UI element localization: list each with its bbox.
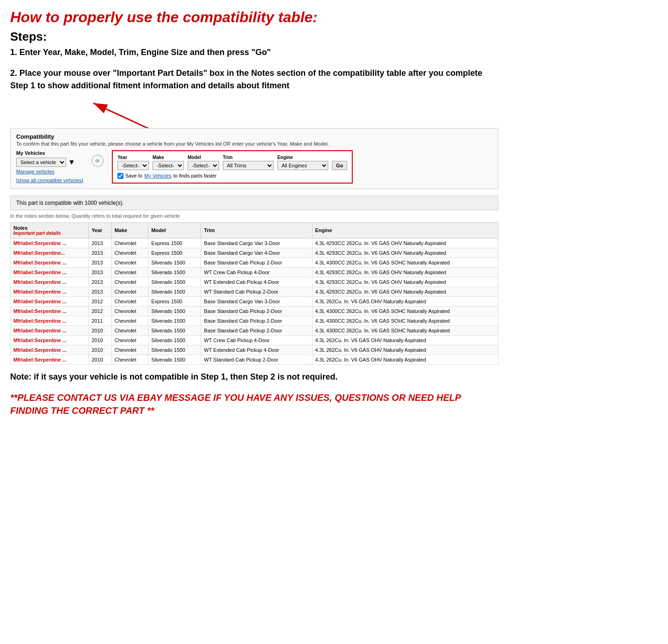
make-cell: Chevrolet [111,248,148,258]
make-cell: Chevrolet [111,355,148,364]
year-make-section: Year -Select- Make -Select- Model -Selec… [112,150,353,184]
engine-cell: 4.3L 262Cu. In. V6 GAS OHV Naturally Asp… [312,296,498,306]
trim-cell: Base Standard Cargo Van 3-Door [201,296,312,306]
year-cell: 2010 [89,345,112,355]
notes-cell: Mfrlabel:Serpentine ... [11,335,89,345]
engine-cell: 4.3L 4293CC 262Cu. In. V6 GAS OHV Natura… [312,267,498,277]
year-cell: 2011 [89,316,112,325]
make-cell: Chevrolet [111,325,148,335]
th-year: Year [89,222,112,238]
trim-select[interactable]: All Trims [223,161,274,170]
engine-cell: 4.3L 262Cu. In. V6 GAS OHV Naturally Asp… [312,335,498,345]
compat-title: Compatibility [16,133,492,140]
engine-cell: 4.3L 4293CC 262Cu. In. V6 GAS OHV Natura… [312,248,498,258]
model-cell: Silverado 1500 [148,306,201,316]
note-below: Note: if it says your vehicle is not com… [10,371,498,383]
engine-cell: 4.3L 262Cu. In. V6 GAS OHV Naturally Asp… [312,345,498,355]
trim-label: Trim [223,155,274,160]
table-row: Mfrlabel:Serpentine ...2013ChevroletSilv… [11,277,498,287]
model-cell: Silverado 1500 [148,355,201,364]
th-model: Model [148,222,201,238]
th-make: Make [111,222,148,238]
svg-line-1 [93,103,153,131]
trim-field-group: Trim All Trims [223,155,274,170]
notes-cell: Mfrlabel:Serpentine ... [11,287,89,296]
compat-subtitle: To confirm that this part fits your vehi… [16,141,492,147]
year-field-group: Year -Select- [117,155,149,170]
engine-cell: 4.3L 4300CC 262Cu. In. V6 GAS SOHC Natur… [312,258,498,267]
year-cell: 2013 [89,277,112,287]
engine-cell: 4.3L 4293CC 262Cu. In. V6 GAS OHV Natura… [312,238,498,248]
save-checkbox-row: Save to My Vehicles to finds parts faste… [117,173,347,179]
trim-cell: Base Standard Cab Pickup 2-Door [201,325,312,335]
make-cell: Chevrolet [111,267,148,277]
notes-cell: Mfrlabel:Serpentine ... [11,277,89,287]
engine-cell: 4.3L 4300CC 262Cu. In. V6 GAS SOHC Natur… [312,306,498,316]
model-cell: Silverado 1500 [148,287,201,296]
trim-cell: WT Crew Cab Pickup 4-Door [201,335,312,345]
trim-cell: WT Crew Cab Pickup 4-Door [201,267,312,277]
notes-cell: Mfrlabel:Serpentine ... [11,355,89,364]
make-cell: Chevrolet [111,345,148,355]
engine-label: Engine [277,155,328,160]
show-all-link[interactable]: [show all compatible vehicles] [16,178,83,183]
table-row: Mfrlabel:Serpentine ...2012ChevroletExpr… [11,296,498,306]
table-row: Mfrlabel:Serpentine ...2011ChevroletSilv… [11,316,498,325]
or-divider: or [92,155,104,167]
year-cell: 2013 [89,287,112,296]
make-cell: Chevrolet [111,277,148,287]
trim-cell: Base Standard Cab Pickup 2-Door [201,258,312,267]
notes-cell: Mfrlabel:Serpentine ... [11,296,89,306]
make-label: Make [153,155,184,160]
table-row: Mfrlabel:Serpentine ...2010ChevroletSilv… [11,325,498,335]
th-trim: Trim [201,222,312,238]
my-vehicles-label: My Vehicles [16,150,83,156]
model-select[interactable]: -Select- [188,161,219,170]
contact-text: **PLEASE CONTACT US VIA EBAY MESSAGE IF … [10,391,498,417]
year-cell: 2010 [89,355,112,364]
make-cell: Chevrolet [111,238,148,248]
table-row: Mfrlabel:Serpentine ...2013ChevroletSilv… [11,287,498,296]
trim-cell: WT Standard Cab Pickup 2-Door [201,355,312,364]
model-cell: Silverado 1500 [148,258,201,267]
make-cell: Chevrolet [111,316,148,325]
my-vehicles-section: My Vehicles Select a vehicle ▼ Manage ve… [16,150,83,184]
model-cell: Silverado 1500 [148,316,201,325]
go-button[interactable]: Go [332,161,347,170]
make-cell: Chevrolet [111,258,148,267]
year-select[interactable]: -Select- [117,161,149,170]
engine-field-group: Engine All Engines [277,155,328,170]
table-row: Mfrlabel:Serpentine ...2012ChevroletSilv… [11,306,498,316]
main-title: How to properly use the compatibility ta… [10,8,498,26]
year-cell: 2010 [89,335,112,345]
save-checkbox[interactable] [117,173,123,179]
year-label: Year [117,155,149,160]
model-cell: Express 1500 [148,238,201,248]
model-cell: Silverado 1500 [148,335,201,345]
trim-cell: WT Standard Cab Pickup 2-Door [201,287,312,296]
notes-cell: Mfrlabel:Serpentine ... [11,316,89,325]
year-cell: 2013 [89,267,112,277]
notes-cell: Mfrlabel:Serpentine ... [11,267,89,277]
notes-cell: Mfrlabel:Serpentine... [11,248,89,258]
year-cell: 2013 [89,238,112,248]
make-cell: Chevrolet [111,287,148,296]
trim-cell: Base Standard Cab Pickup 2-Door [201,306,312,316]
vehicle-select[interactable]: Select a vehicle [16,158,66,167]
my-vehicles-link[interactable]: My Vehicles [144,173,172,178]
model-cell: Silverado 1500 [148,277,201,287]
manage-vehicles-link[interactable]: Manage vehicles [16,169,83,174]
model-cell: Silverado 1500 [148,325,201,335]
dropdown-arrow-icon: ▼ [68,158,75,166]
compatibility-table: Notes Important part details Year Make M… [10,222,498,365]
compatible-count-banner: This part is compatible with 1000 vehicl… [10,196,498,210]
make-select[interactable]: -Select- [153,161,184,170]
model-label: Model [188,155,219,160]
make-cell: Chevrolet [111,306,148,316]
table-row: Mfrlabel:Serpentine ...2010ChevroletSilv… [11,335,498,345]
engine-cell: 4.3L 4293CC 262Cu. In. V6 GAS OHV Natura… [312,277,498,287]
trim-cell: WT Extended Cab Pickup 4-Door [201,345,312,355]
compatibility-box: Compatibility To confirm that this part … [10,128,498,189]
year-cell: 2012 [89,296,112,306]
engine-select[interactable]: All Engines [277,161,328,170]
